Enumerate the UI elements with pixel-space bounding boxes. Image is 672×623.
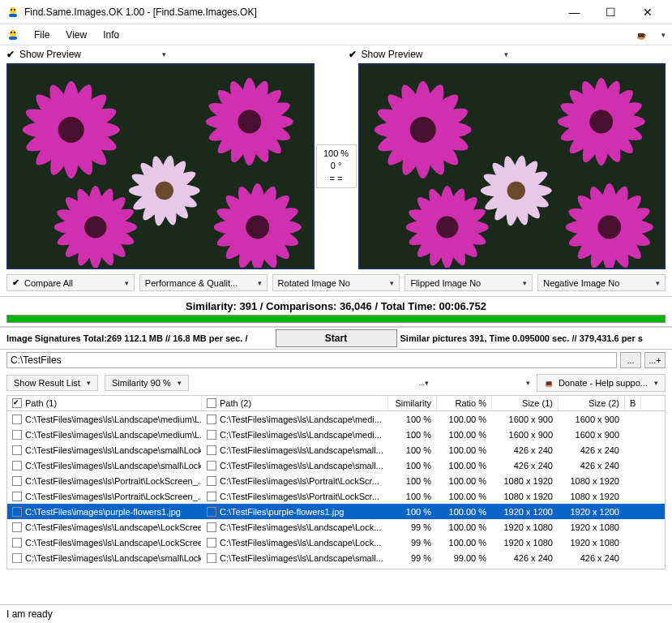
table-row[interactable]: C:\TestFiles\images\ls\Landscape\LockScr… <box>7 565 665 567</box>
table-row[interactable]: C:\TestFiles\images\ls\Landscape\small\L… <box>7 442 665 458</box>
svg-point-29 <box>156 182 173 200</box>
table-row[interactable]: C:\TestFiles\images\ls\Portrait\LockScre… <box>7 488 665 504</box>
minimize-button[interactable]: — <box>556 0 593 24</box>
table-row[interactable]: C:\TestFiles\images\ls\Portrait\LockScre… <box>7 473 665 488</box>
start-button[interactable]: Start <box>276 329 397 347</box>
table-row[interactable]: C:\TestFiles\images\ls\Landscape\medium\… <box>7 427 665 442</box>
compare-pct: 100 % <box>323 148 349 160</box>
compare-mode-dropdown[interactable]: ✔Compare All▾ <box>6 274 135 291</box>
svg-point-0 <box>10 7 16 14</box>
col-similarity[interactable]: Similarity <box>388 396 437 410</box>
table-row[interactable]: C:\TestFiles\images\ls\Landscape\small\L… <box>7 458 665 473</box>
signatures-label: Image Signatures Total:269 112.1 MB // 1… <box>6 333 272 343</box>
similarity-threshold-dropdown[interactable]: Similarity 90 %▾ <box>105 375 189 391</box>
col-size2[interactable]: Size (2) <box>559 396 625 410</box>
svg-point-20 <box>58 117 84 143</box>
maximize-button[interactable]: ☐ <box>593 0 629 24</box>
table-row[interactable]: C:\TestFiles\images\ls\Landscape\medium\… <box>7 411 665 427</box>
show-result-dropdown[interactable]: Show Result List▾ <box>6 375 98 391</box>
check-icon: ✔ <box>6 49 15 60</box>
chevron-down-icon[interactable]: ▾ <box>526 379 530 387</box>
menu-info[interactable]: Info <box>100 28 122 42</box>
titlebar: Find.Same.Images.OK 1.00 - [Find.Same.Im… <box>0 0 672 24</box>
app-icon-small <box>6 28 19 41</box>
app-icon <box>6 6 19 19</box>
preview-left[interactable] <box>6 63 315 269</box>
close-button[interactable]: ✕ <box>629 0 666 24</box>
donate-button[interactable]: Donate - Help suppo...▾ <box>537 374 666 392</box>
stats-line: Similarity: 391 / Comparisons: 36,046 / … <box>0 297 672 315</box>
chevron-down-icon[interactable]: ...▾ <box>418 379 429 387</box>
svg-point-39 <box>507 182 524 200</box>
rotated-dropdown[interactable]: Rotated Image No▾ <box>272 274 400 291</box>
path-input[interactable] <box>6 352 617 368</box>
browse-button[interactable]: ... <box>620 352 641 368</box>
preview-right-label[interactable]: Show Preview <box>362 49 423 60</box>
svg-point-4 <box>10 30 16 37</box>
window-title: Find.Same.Images.OK 1.00 - [Find.Same.Im… <box>24 6 556 18</box>
negative-dropdown[interactable]: Negative Image No▾ <box>537 274 666 291</box>
coffee-icon[interactable] <box>636 28 648 41</box>
col-size1[interactable]: Size (1) <box>492 396 559 410</box>
chevron-down-icon[interactable]: ▾ <box>504 50 508 58</box>
svg-rect-41 <box>546 381 552 385</box>
menu-view[interactable]: View <box>62 28 90 42</box>
similar-stats: Similar pictures 391, Time 0.095000 sec.… <box>400 333 666 343</box>
preview-left-label[interactable]: Show Preview <box>19 49 81 60</box>
svg-point-2 <box>11 9 12 11</box>
status-bar: I am ready <box>0 604 672 623</box>
table-row[interactable]: C:\TestFiles\images\purple-flowers1.jpgC… <box>7 504 665 519</box>
table-row[interactable]: C:\TestFiles\images\ls\Landscape\LockScr… <box>7 519 665 535</box>
table-row[interactable]: C:\TestFiles\images\ls\Landscape\LockScr… <box>7 535 665 550</box>
col-b[interactable]: B <box>625 396 641 410</box>
menu-file[interactable]: File <box>31 28 53 42</box>
svg-point-3 <box>14 9 15 11</box>
chevron-down-icon[interactable]: ▾ <box>661 31 666 39</box>
performance-dropdown[interactable]: Performance & Qualit...▾ <box>139 274 268 291</box>
add-path-button[interactable]: ...+ <box>644 352 666 368</box>
col-path2[interactable]: Path (2) <box>202 396 388 410</box>
svg-point-6 <box>11 32 12 33</box>
preview-right[interactable] <box>358 63 666 269</box>
svg-rect-1 <box>9 14 17 17</box>
table-row[interactable]: C:\TestFiles\images\ls\Landscape\small\L… <box>7 550 665 565</box>
compare-eq: = = <box>330 173 343 185</box>
check-icon: ✔ <box>349 49 357 60</box>
col-ratio[interactable]: Ratio % <box>437 396 492 410</box>
menubar: File View Info ▾ <box>0 24 672 45</box>
svg-point-7 <box>14 32 15 33</box>
flipped-dropdown[interactable]: Flipped Image No▾ <box>404 274 533 291</box>
coffee-icon <box>544 377 555 389</box>
svg-rect-5 <box>9 37 17 40</box>
svg-rect-9 <box>638 33 644 37</box>
results-table: Path (1) Path (2) Similarity Ratio % Siz… <box>6 395 666 569</box>
progress-bar <box>6 315 666 323</box>
compare-rot: 0 ° <box>331 160 342 172</box>
preview-compare-info: 100 % 0 ° = = <box>316 144 357 188</box>
col-path1[interactable]: Path (1) <box>7 396 202 410</box>
chevron-down-icon[interactable]: ▾ <box>162 50 166 58</box>
